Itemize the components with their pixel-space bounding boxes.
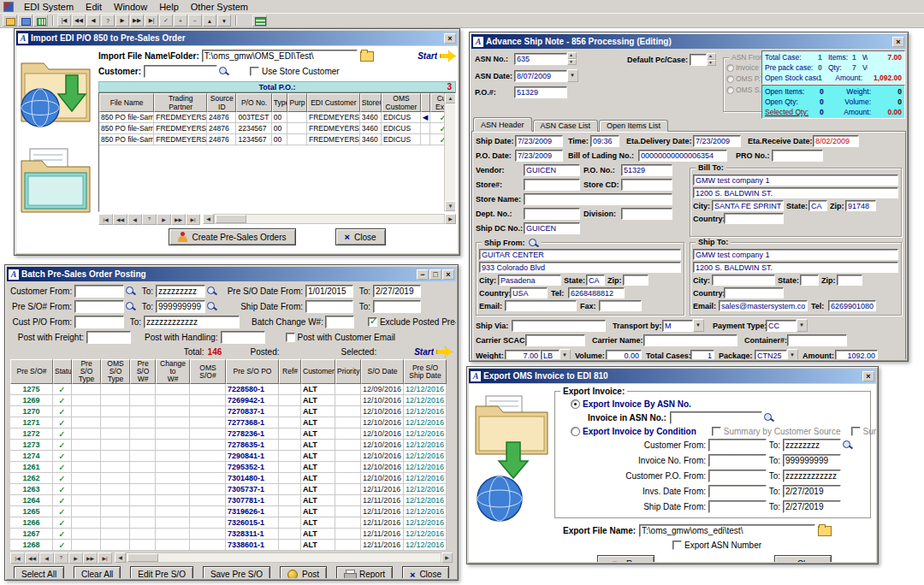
navigator-button[interactable]: ▶ [157, 214, 171, 225]
cell[interactable] [335, 506, 361, 517]
scroll-track[interactable] [445, 103, 455, 201]
bill-to-line2-input[interactable] [693, 187, 898, 198]
cell[interactable] [156, 462, 190, 473]
table-row[interactable]: 1274✓7290841-1ALT12/10/201612/12/2016 [10, 451, 447, 462]
cell[interactable]: FREDMEYERS [154, 112, 207, 123]
browse-folder-icon[interactable] [818, 526, 832, 536]
invoice-no-to-input[interactable] [783, 454, 841, 467]
cell[interactable]: ✓ [53, 451, 72, 462]
cell[interactable] [190, 540, 226, 551]
store-input[interactable] [524, 179, 580, 191]
ship-from-zip-input[interactable] [623, 275, 649, 286]
titlebar[interactable]: A Import EDI P/O 850 to Pre-Sales Order … [16, 31, 458, 45]
lookup-icon[interactable] [125, 301, 136, 312]
division-input[interactable] [621, 208, 672, 220]
cell[interactable]: ALT [301, 473, 335, 484]
cell[interactable]: 00 [272, 134, 287, 145]
report-button[interactable]: Report [336, 566, 393, 578]
cell[interactable]: 00 [272, 112, 287, 123]
cell[interactable]: 1273 [10, 440, 53, 451]
cell[interactable]: 12/12/2016 [404, 428, 447, 440]
navigator-button[interactable]: ◀ [127, 214, 142, 225]
bill-to-line1-input[interactable] [693, 174, 898, 186]
toolbar-button[interactable]: ◀ [86, 15, 100, 27]
cell[interactable] [279, 406, 301, 417]
menu-item[interactable]: Edit [80, 1, 108, 13]
cell[interactable]: 12/10/2016 [361, 451, 404, 462]
cell[interactable]: 12/12/2016 [404, 462, 447, 473]
asn-no-spinner[interactable] [567, 52, 577, 65]
cell[interactable]: 1275 [10, 384, 53, 395]
column-header[interactable]: Pre S/O Type [72, 359, 101, 384]
navigator-button[interactable]: |◀ [98, 214, 113, 225]
cell[interactable]: 12/12/2016 [404, 529, 447, 540]
cell[interactable] [190, 484, 226, 495]
cell[interactable]: ✓ [53, 473, 72, 484]
cell[interactable]: 850 PO file-Samp [99, 123, 154, 134]
export-asn-number-checkbox[interactable] [672, 541, 682, 550]
cell[interactable]: 7228580-1 [226, 384, 279, 395]
cell[interactable] [335, 406, 361, 417]
cell[interactable] [130, 417, 156, 428]
table-row[interactable]: 1273✓7278635-1ALT12/10/201612/12/2016 [10, 440, 447, 451]
table-row[interactable]: 1263✓7305737-1ALT12/11/201612/12/2016 [10, 484, 447, 495]
cell[interactable]: ✓ [53, 440, 72, 451]
ship-from-state-input[interactable] [586, 275, 605, 286]
cell[interactable] [421, 123, 430, 134]
cell[interactable] [335, 517, 361, 529]
table-row[interactable]: 1262✓7301480-1ALT12/10/201612/12/2016 [10, 473, 447, 484]
cell[interactable] [335, 395, 361, 406]
cell[interactable]: ALT [301, 384, 335, 395]
cell[interactable]: 7328311-1 [226, 529, 279, 540]
cell[interactable]: FREDMEYERS [307, 112, 360, 123]
payment-type-input[interactable] [766, 320, 797, 332]
cell[interactable]: 7278635-1 [226, 440, 279, 451]
ship-from-lookup-icon[interactable] [528, 238, 539, 249]
post-email-checkbox[interactable] [286, 333, 295, 342]
cell[interactable]: ALT [301, 395, 335, 406]
cell[interactable] [130, 506, 156, 517]
cell[interactable] [156, 517, 190, 529]
cell[interactable]: 2234567 [236, 123, 271, 134]
bill-to-zip-input[interactable] [845, 200, 876, 211]
toolbar-window-icon[interactable] [18, 15, 33, 27]
cell[interactable]: 12/11/2016 [361, 484, 404, 495]
cell[interactable] [287, 112, 307, 123]
cell[interactable] [156, 384, 190, 395]
cell[interactable] [130, 495, 156, 506]
cell[interactable] [190, 529, 226, 540]
tab[interactable]: ASN Header [473, 117, 532, 132]
table-row[interactable]: 1271✓7277368-1ALT12/10/201612/12/2016 [10, 417, 447, 428]
column-header[interactable]: Purp [287, 93, 307, 112]
cell[interactable] [279, 495, 301, 506]
toolbar-button[interactable]: ✓ [159, 15, 173, 27]
dept-no-input[interactable] [524, 208, 580, 220]
navigator-button[interactable]: ? [54, 552, 68, 564]
ship-to-tel-input[interactable] [828, 300, 876, 311]
bill-to-city-input[interactable] [712, 200, 784, 211]
po-date-input[interactable] [515, 150, 563, 162]
cell[interactable]: ✓ [53, 384, 72, 395]
pre-so-to-input[interactable] [156, 300, 205, 313]
navigator-button[interactable]: ▶| [186, 214, 200, 225]
table-row[interactable]: 850 PO file-SampFREDMEYERS24876123456700… [99, 134, 456, 145]
cell[interactable] [72, 517, 101, 529]
table-row[interactable]: 1269✓7269942-1ALT12/10/201612/12/2016 [10, 395, 447, 406]
column-header[interactable]: OMS S/O# [190, 359, 226, 384]
cell[interactable] [130, 473, 156, 484]
cell[interactable]: 7319626-1 [226, 506, 279, 517]
cell[interactable]: 12/12/2016 [404, 451, 447, 462]
cell[interactable]: 12/11/2016 [361, 529, 404, 540]
column-header[interactable]: Ref# [279, 359, 301, 384]
ship-to-city-input[interactable] [712, 275, 775, 286]
cell[interactable] [130, 462, 156, 473]
cell[interactable]: ALT [301, 406, 335, 417]
invoice-asn-lookup-icon[interactable] [763, 412, 774, 423]
column-header[interactable]: P/O No. [236, 93, 271, 112]
table-row[interactable]: 1266✓7326015-1ALT12/11/201612/12/2016 [10, 517, 447, 529]
navigator-button[interactable]: ▶▶ [171, 214, 186, 225]
cell[interactable] [130, 517, 156, 529]
menu-item[interactable]: Other System [185, 1, 254, 13]
cell[interactable] [156, 395, 190, 406]
import-grid-area[interactable]: File NameTrading PartnerSource IDP/O No.… [98, 92, 456, 212]
